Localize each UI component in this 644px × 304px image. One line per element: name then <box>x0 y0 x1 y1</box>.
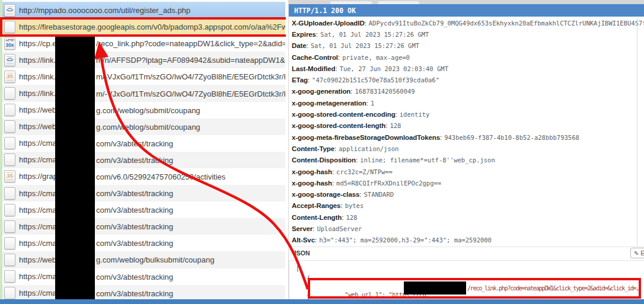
request-row[interactable]: https://cmacom/v3/abtest/tracking <box>2 201 285 218</box>
request-url: https://cp.e <box>19 39 57 48</box>
request-row[interactable]: https://link.m/-VJxGo/f1Tm/szGO/IwO4/7Zy… <box>2 85 285 101</box>
blank-document-icon <box>4 187 15 200</box>
request-row[interactable]: https://cmacom/v3/abtest/tracking <box>2 152 285 168</box>
response-header: X-GUploader-UploadID:ADPycdv91ItuBoZkCb7… <box>292 17 644 28</box>
blank-document-icon <box>4 270 15 283</box>
response-header: x-goog-hash:crc32c=Z/NTPw== <box>292 166 644 177</box>
request-row[interactable]: JShttps://link.m/-VJxGo/f1Tm/szGO/IwO4/7… <box>2 68 285 85</box>
request-row[interactable]: https://cmacom/v3/abtest/tracking <box>2 135 285 152</box>
http-redirect-icon: HTTP30x <box>4 37 15 50</box>
json-section-label: JSON <box>293 249 310 257</box>
request-list: <>http://mppado.oooocooo.com/util/regist… <box>2 2 285 299</box>
response-header: Date:Sat, 01 Jul 2023 15:27:26 GMT <box>292 40 644 52</box>
blank-document-icon <box>4 237 15 249</box>
request-url: https://web <box>19 255 56 264</box>
markup-document-icon: <> <box>4 54 15 66</box>
response-header: ETag:"47c09022b151c570e78a510f39cda0a6" <box>292 74 644 85</box>
request-url: https://cma <box>19 289 57 297</box>
request-url-after-redaction: com/v3/abtest/tracking <box>96 139 173 148</box>
divider <box>289 247 644 247</box>
request-row[interactable]: https://cmacom/v3/abtest/tracking <box>2 185 285 201</box>
request-url-after-redaction: com/v3/abtest/tracking <box>96 239 173 248</box>
response-header: x-goog-stored-content-encoding:identity <box>292 108 644 120</box>
response-header: x-goog-stored-content-length:128 <box>292 120 644 132</box>
request-url: https://web <box>19 105 56 114</box>
request-row[interactable]: https://webg.com/weblog/submit/coupang <box>2 119 285 135</box>
response-header: Cache-Control:private, max-age=0 <box>292 52 644 63</box>
inspector-tab-strip[interactable] <box>289 0 644 4</box>
request-url-after-redaction: g.com/weblog/submit/coupang <box>96 122 200 131</box>
annotation-box-json-line <box>308 278 641 299</box>
request-row[interactable]: https://cmacom/v3/abtest/tracking <box>2 268 285 285</box>
request-url: https://cma <box>19 222 57 231</box>
request-url: https://cma <box>19 272 57 281</box>
request-row[interactable]: https://webg.com/weblog/submit/coupang <box>2 102 285 119</box>
status-line: HTTP/1.1 200 OK <box>294 7 356 15</box>
response-header: x-goog-storage-class:STANDARD <box>292 188 644 200</box>
request-url-after-redaction: m/-VJxGo/f1Tm/szGO/IwO4/7ZyoBl8hE/E5EGrD… <box>96 89 285 98</box>
javascript-document-icon: JS <box>4 170 15 183</box>
javascript-document-icon: JS <box>4 71 15 83</box>
json-open-bracket: [ <box>296 265 299 271</box>
request-url: https://web <box>19 122 56 131</box>
response-header: Server:UploadServer <box>292 223 644 234</box>
request-url: https://grap <box>19 172 58 181</box>
request-row[interactable]: JShttps://grapcom/v6.0/529924757060250/a… <box>2 168 285 185</box>
blank-document-icon <box>4 104 15 116</box>
request-row[interactable]: https://cmacom/v3/abtest/tracking <box>2 218 285 235</box>
http-debugger-window: <>http://mppado.oooocooo.com/util/regist… <box>0 0 644 304</box>
request-list-panel: <>http://mppado.oooocooo.com/util/regist… <box>0 0 286 299</box>
response-header: x-goog-metageneration:1 <box>292 97 644 108</box>
request-url-after-redaction: m/n/AFFSDP?lptag=AF0894942&subid=nateapp… <box>96 56 285 65</box>
request-url-after-redaction: g.com/weblog/submit/coupang <box>96 105 200 114</box>
blank-document-icon <box>4 153 15 166</box>
response-header: Content-Type:application/json <box>292 143 644 154</box>
response-header: Last-Modified:Tue, 27 Jun 2023 02:03:40 … <box>292 63 644 74</box>
blank-document-icon <box>4 287 15 299</box>
response-header: x-goog-meta-firebaseStorageDownloadToken… <box>292 132 644 143</box>
request-row[interactable]: <>http://mppado.oooocooo.com/util/regist… <box>2 2 285 18</box>
request-url: https://cma <box>19 206 57 215</box>
blank-document-icon <box>4 220 15 233</box>
response-header: Content-Length:128 <box>292 212 644 223</box>
request-url: http://mppado.oooocooo.com/util/register… <box>19 6 190 15</box>
response-header: x-goog-hash:md5=R8CQIrFRxXDnilEPOc2gpg== <box>292 177 644 188</box>
request-url: https://cma <box>19 239 57 248</box>
request-url-after-redaction: com/v3/abtest/tracking <box>96 155 173 164</box>
response-header: Expires:Sat, 01 Jul 2023 15:27:26 GMT <box>292 28 644 40</box>
request-url-after-redaction: g.com/weblog/bulksubmit/coupang <box>96 255 214 264</box>
scrollbar-track[interactable] <box>637 17 637 247</box>
request-row[interactable]: https://cmacom/v3/abtest/tracking <box>2 285 285 299</box>
response-header: x-goog-generation:1687831420560049 <box>292 86 644 97</box>
window-bottom-strip <box>0 299 644 304</box>
blank-document-icon <box>4 87 15 100</box>
request-url: https://link. <box>19 89 56 98</box>
request-url-after-redaction: com/v3/abtest/tracking <box>96 222 173 231</box>
request-url: https://link. <box>19 72 56 81</box>
request-row[interactable]: <>https://link.m/n/AFFSDP?lptag=AF089494… <box>2 52 285 68</box>
response-inspector-panel: HTTP/1.1 200 OK X-GUploader-UploadID:ADP… <box>288 0 644 299</box>
request-url-after-redaction: m/-VJxGo/f1Tm/szGO/IwO4/7ZyoBl8hE/E5EGrD… <box>96 72 285 81</box>
request-row[interactable]: HTTP30xhttps://cp.e/reco_link.php?code=n… <box>2 35 285 52</box>
response-header: Content-Disposition:inline; filename*=ut… <box>292 155 644 166</box>
request-url: https://cma <box>19 139 57 148</box>
annotation-box-request-row <box>0 17 286 37</box>
response-header: Alt-Svc:h3=":443"; ma=2592000,h3-29=":44… <box>292 235 644 246</box>
blank-document-icon <box>4 137 15 149</box>
blank-document-icon <box>4 254 15 266</box>
request-url: https://link. <box>19 56 56 65</box>
request-url-after-redaction: com/v3/abtest/tracking <box>96 272 173 281</box>
request-url-after-redaction: com/v3/abtest/tracking <box>96 189 173 198</box>
blank-document-icon <box>4 120 15 133</box>
request-url-after-redaction: com/v6.0/529924757060250/activities <box>96 172 225 181</box>
markup-document-icon: <> <box>4 4 15 17</box>
request-url: https://cma <box>19 189 57 198</box>
request-row[interactable]: https://webg.com/weblog/bulksubmit/coupa… <box>2 251 285 268</box>
blank-document-icon <box>4 204 15 216</box>
response-header: Accept-Ranges:bytes <box>292 200 644 212</box>
request-url-after-redaction: com/v3/abtest/tracking <box>96 206 173 215</box>
response-status-bar: HTTP/1.1 200 OK <box>289 4 644 17</box>
edit-response-button[interactable]: ✎ E <box>630 248 644 258</box>
request-url-after-redaction: /reco_link.php?code=nateappDW1&click_typ… <box>96 39 285 48</box>
request-row[interactable]: https://cmacom/v3/abtest/tracking <box>2 235 285 251</box>
